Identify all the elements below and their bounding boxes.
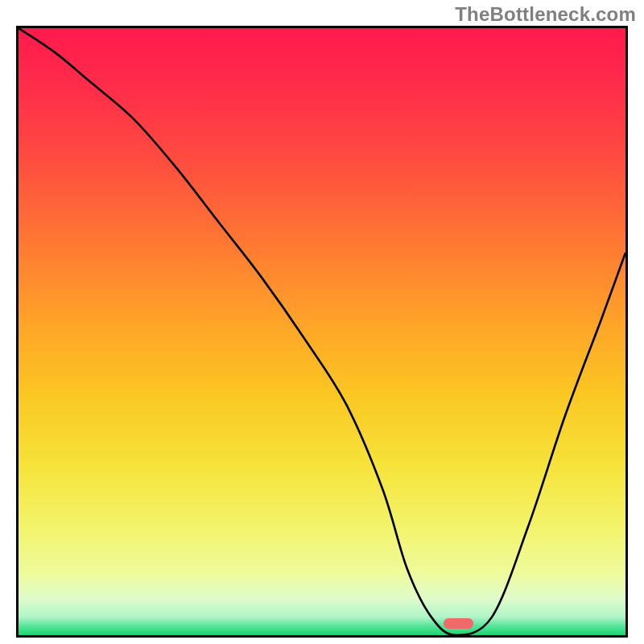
curve-path xyxy=(19,28,625,635)
bottleneck-curve xyxy=(19,28,625,635)
watermark-label: TheBottleneck.com xyxy=(455,3,636,26)
plot-area xyxy=(16,26,628,638)
chart-frame: TheBottleneck.com xyxy=(0,0,644,644)
